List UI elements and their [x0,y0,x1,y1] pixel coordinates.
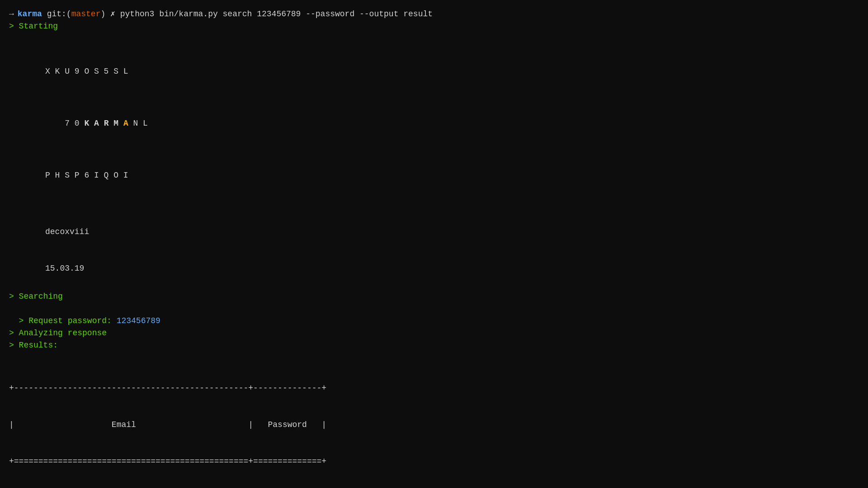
results-table: +---------------------------------------… [9,358,859,488]
info-line1: decoxviii [45,226,859,238]
git-branch: master [71,8,101,20]
status-results: > Results: [9,339,859,352]
dir-name: karma [18,8,42,20]
git-x: ✗ [105,8,120,20]
status-starting: > Starting [9,20,859,33]
logo-k: K [84,119,89,128]
git-paren-open: ( [66,8,71,20]
table-separator-top: +---------------------------------------… [9,382,859,394]
status-analyzing: > Analyzing response [9,327,859,339]
table-separator-header: +=======================================… [9,455,859,468]
status-password: > Request password: 123456789 [9,303,859,327]
logo-block: X K U 9 O S 5 S L 7 0 K A R M A N L P H … [45,39,859,195]
logo-line3: P H S P 6 I Q O I [45,169,859,182]
git-paren-close: ) [100,8,105,20]
prompt-line: → karma git: ( master ) ✗ python3 bin/ka… [9,8,859,20]
info-line2: 15.03.19 [45,263,859,275]
info-block: decoxviii 15.03.19 [45,202,859,287]
table-header: | Email | Password | [9,419,859,431]
command-text: python3 bin/karma.py search 123456789 --… [120,8,433,20]
prompt-arrow: → [9,8,14,20]
logo-line2: 7 0 K A R M A N L [45,104,859,143]
logo-line1: X K U 9 O S 5 S L [45,65,859,78]
status-searching: > Searching [9,291,859,303]
git-label: git: [42,8,66,20]
